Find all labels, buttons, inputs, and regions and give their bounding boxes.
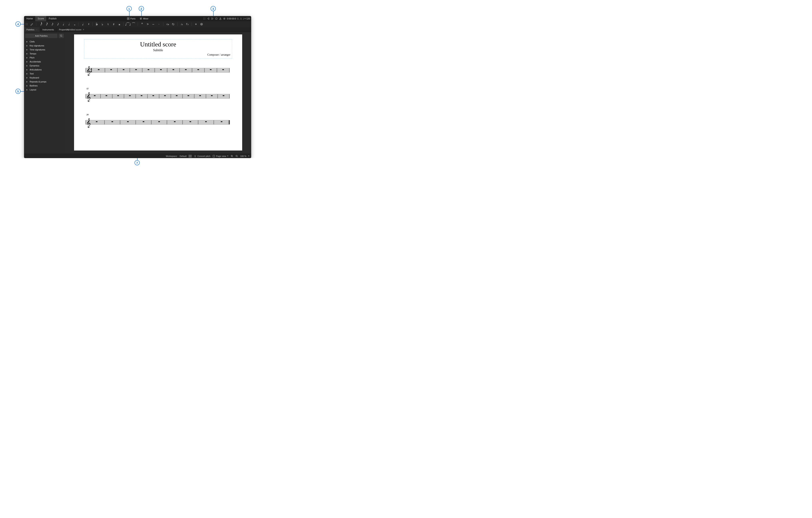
tie-icon[interactable]: ♩⁀♩: [126, 22, 130, 26]
sharp-icon[interactable]: ♯: [112, 22, 115, 26]
svg-rect-112: [205, 121, 207, 122]
palette-item-label: Text: [30, 73, 34, 75]
svg-rect-75: [141, 95, 142, 96]
tab-score[interactable]: Score: [35, 16, 46, 21]
palette-item[interactable]: ▶Articulations: [25, 68, 64, 71]
tuplet-icon[interactable]: ♫₃: [166, 22, 169, 26]
svg-point-8: [141, 19, 141, 20]
workspace-selector[interactable]: Workspace: Default: [166, 155, 187, 157]
mixer-icon: [140, 17, 142, 20]
svg-marker-17: [220, 18, 221, 20]
marcato-icon[interactable]: ^: [140, 22, 144, 26]
natural-icon[interactable]: ♮: [106, 22, 110, 26]
palette-item[interactable]: ▶Repeats & jumps: [25, 80, 64, 84]
gear-icon[interactable]: [200, 22, 203, 26]
flip-icon[interactable]: [171, 22, 175, 26]
note-64th-icon[interactable]: 𝅘𝅥𝅱: [39, 22, 42, 26]
note-8th-icon[interactable]: 𝅘𝅥𝅮: [55, 22, 59, 26]
search-button[interactable]: [59, 34, 64, 38]
tuning-fork-icon: [194, 155, 197, 157]
svg-line-123: [232, 156, 233, 157]
concert-pitch-toggle[interactable]: Concert pitch: [194, 155, 210, 157]
svg-rect-98: [96, 121, 97, 122]
svg-rect-50: [173, 69, 174, 70]
rest-icon[interactable]: 𝄽: [86, 22, 90, 26]
svg-rect-16: [215, 18, 217, 20]
page-view-selector[interactable]: Page view ▼: [212, 155, 229, 157]
mixer-button[interactable]: Mixer: [138, 17, 150, 21]
svg-rect-110: [190, 121, 191, 122]
note-whole-icon[interactable]: 𝅝: [72, 22, 76, 26]
svg-rect-58: [222, 69, 224, 70]
palette-item[interactable]: ▶Key signatures: [25, 44, 64, 48]
palette-item[interactable]: ▶Dynamics: [25, 64, 64, 68]
zoom-value[interactable]: 100 % ▼: [240, 155, 250, 157]
panel-tab-palettes[interactable]: Palettes···: [24, 27, 40, 32]
document-tab[interactable]: *Untitled score ✕: [65, 27, 86, 32]
palette-item[interactable]: ▶Layout: [25, 88, 64, 92]
score-canvas[interactable]: Untitled score Subtitle Composer / arran…: [65, 32, 251, 154]
svg-text:𝄞: 𝄞: [86, 118, 91, 128]
dot-icon[interactable]: 𝅘𝅥.: [81, 22, 84, 26]
double-sharp-icon[interactable]: 𝄪: [117, 22, 121, 26]
close-icon[interactable]: ✕: [83, 28, 84, 31]
score-subtitle[interactable]: Subtitle: [86, 49, 230, 52]
zoom-out-icon[interactable]: [235, 155, 238, 157]
flat-icon[interactable]: ♭: [101, 22, 104, 26]
staff-system[interactable]: 24𝄞: [84, 116, 232, 128]
search-icon: [60, 34, 63, 37]
note-half-icon[interactable]: 𝅗𝅥: [67, 22, 70, 26]
svg-rect-114: [221, 121, 222, 122]
double-flat-icon[interactable]: 𝄫: [95, 22, 99, 26]
callout-3: 3: [210, 6, 216, 11]
tab-publish[interactable]: Publish: [46, 16, 59, 21]
callout-2: 2: [139, 6, 144, 11]
zoom-in-icon[interactable]: [231, 155, 233, 157]
playback-beat: 1 . 1: [237, 18, 241, 20]
tab-home[interactable]: Home: [24, 16, 35, 21]
palette-item[interactable]: ▶Time signatures: [25, 48, 64, 52]
grip-icon[interactable]: [25, 23, 28, 26]
svg-text:𝄞: 𝄞: [86, 92, 91, 102]
add-palettes-button[interactable]: Add Palettes: [25, 34, 57, 38]
tenuto-icon[interactable]: –: [151, 22, 155, 26]
staccato-icon[interactable]: ·: [157, 22, 161, 26]
parts-button[interactable]: Parts: [125, 17, 137, 21]
add-icon[interactable]: +: [194, 22, 198, 26]
loop-icon[interactable]: [215, 17, 218, 20]
palette-item[interactable]: ▶Text: [25, 71, 64, 76]
palette-item[interactable]: ▶Accidentals: [25, 60, 64, 64]
settings-icon[interactable]: [223, 17, 226, 20]
palette-item[interactable]: ▶Barlines: [25, 84, 64, 88]
note-16th-icon[interactable]: 𝅘𝅥𝅯: [50, 22, 53, 26]
palette-item[interactable]: ▶Tempo: [25, 52, 64, 56]
accent-icon[interactable]: >: [146, 22, 149, 26]
slur-icon[interactable]: ⁀: [132, 22, 135, 26]
palette-item[interactable]: ▶Clefs: [25, 40, 64, 44]
mixer-label: Mixer: [143, 18, 148, 20]
play-icon[interactable]: [211, 17, 214, 20]
metronome-icon[interactable]: [219, 17, 222, 20]
tempo-value[interactable]: 120: [246, 18, 250, 20]
rewind-icon[interactable]: [207, 17, 210, 20]
panel-tab-instruments[interactable]: Instruments: [40, 27, 56, 32]
palette-item[interactable]: ▶Keyboard: [25, 76, 64, 80]
voice-1-icon[interactable]: ♩₁: [180, 22, 183, 26]
staff-system[interactable]: 12𝄞: [84, 90, 232, 102]
svg-rect-85: [199, 95, 201, 96]
title-frame[interactable]: Untitled score Subtitle Composer / arran…: [84, 39, 232, 59]
svg-point-23: [27, 23, 27, 24]
pencil-note-input-icon[interactable]: [30, 22, 34, 26]
note-quarter-icon[interactable]: 𝅘𝅥: [61, 22, 65, 26]
grip-icon[interactable]: [203, 17, 206, 20]
svg-point-27: [60, 35, 62, 36]
staff-system[interactable]: 𝄞44: [84, 64, 232, 76]
score-composer[interactable]: Composer / arranger: [86, 53, 230, 56]
palette-item[interactable]: ▶Pitch: [25, 56, 64, 60]
svg-rect-79: [164, 95, 166, 96]
color-swatch[interactable]: [188, 155, 192, 157]
note-32nd-icon[interactable]: 𝅘𝅥𝅰: [44, 22, 48, 26]
score-title[interactable]: Untitled score: [86, 40, 230, 48]
svg-rect-87: [211, 95, 212, 96]
voice-2-icon[interactable]: Γ₂: [185, 22, 189, 26]
